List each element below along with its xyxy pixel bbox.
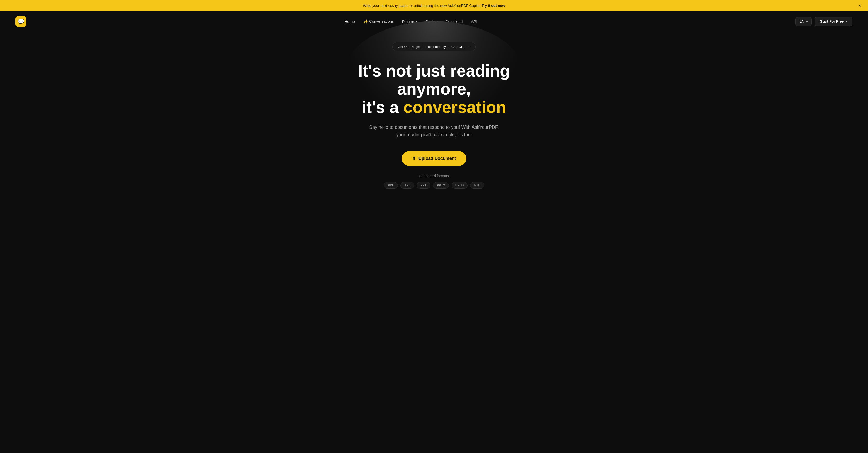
plugin-badge[interactable]: Get Our Plugin Install directly on ChatG… [393,42,476,52]
nav-item-pricing[interactable]: Pricing [426,19,437,24]
nav-item-home[interactable]: Home [345,19,355,24]
plugin-badge-arrow-icon: → [467,45,470,49]
start-arrow-icon: › [846,19,847,24]
nav-item-api[interactable]: API [471,19,477,24]
plugin-badge-label: Get Our Plugin [398,45,420,49]
nav-label-api: API [471,19,477,24]
nav-actions: EN ▾ Start For Free › [796,17,852,26]
nav-item-conversations[interactable]: ✨ Conversations [363,19,394,24]
hero-title-line1: It's not just reading anymore, [358,61,510,98]
format-tag-txt: TXT [400,182,414,189]
announcement-banner: Write your next essay, paper or article … [0,0,868,11]
format-tag-rtf: RTF [470,182,484,189]
chevron-down-icon: ▾ [416,20,417,23]
banner-message: Write your next essay, paper or article … [363,4,482,8]
supported-formats-label: Supported formats [419,174,449,178]
hero-title-line2-plain: it's a [362,98,403,117]
start-for-free-button[interactable]: Start For Free › [815,17,852,26]
banner-link[interactable]: Try it out now [482,4,505,8]
format-tag-epub: EPUB [452,182,468,189]
format-tag-pdf: PDF [384,182,398,189]
upload-document-button[interactable]: ⬆ Upload Document [402,151,466,166]
nav-items: Home ✨ Conversations Plugins ▾ Pricing D… [42,19,780,24]
logo-symbol: 💬 [18,18,24,25]
language-chevron-icon: ▾ [806,19,808,24]
plugin-badge-action: Install directly on ChatGPT → [426,45,470,49]
format-tags: PDFTXTPPTPPTXEPUBRTF [384,182,484,189]
upload-icon: ⬆ [412,155,416,161]
banner-text: Write your next essay, paper or article … [363,4,505,8]
banner-close-button[interactable]: × [857,3,863,9]
nav-item-download[interactable]: Download [445,19,463,24]
nav-label-pricing: Pricing [426,19,437,24]
hero-section: Get Our Plugin Install directly on ChatG… [0,32,868,209]
badge-divider [423,45,423,49]
language-selector[interactable]: EN ▾ [796,17,811,26]
logo-icon: 💬 [16,16,26,27]
logo[interactable]: 💬 [16,16,26,27]
hero-subtitle: Say hello to documents that respond to y… [367,123,501,139]
upload-btn-label: Upload Document [418,156,456,161]
navbar: 💬 Home ✨ Conversations Plugins ▾ Pricing… [0,11,868,32]
format-tag-pptx: PPTX [433,182,449,189]
start-label: Start For Free [820,19,844,24]
language-label: EN [799,19,804,24]
nav-label-download: Download [445,19,463,24]
nav-item-plugins[interactable]: Plugins ▾ [402,19,417,24]
nav-label-plugins: Plugins [402,19,415,24]
hero-title-accent: conversation [403,98,506,117]
hero-title: It's not just reading anymore, it's a co… [336,62,532,116]
nav-label-conversations: ✨ Conversations [363,19,394,24]
nav-label-home: Home [345,19,355,24]
format-tag-ppt: PPT [417,182,430,189]
plugin-badge-action-text: Install directly on ChatGPT [426,45,466,49]
